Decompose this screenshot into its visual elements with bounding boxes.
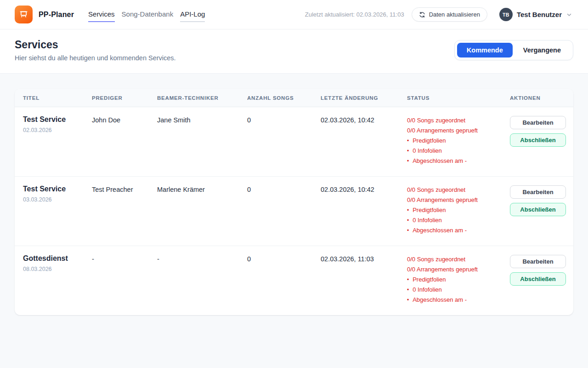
refresh-icon [419,12,425,18]
column-header-anzahl-songs: Anzahl Songs [247,95,321,101]
actions-cell: Bearbeiten Abschließen [510,184,566,236]
status-line: Predigtfolien [407,275,504,285]
page-header: Services Hier siehst du alle heutigen un… [0,29,588,74]
column-header-titel: Titel [23,95,92,101]
page-title: Services [15,39,176,51]
avatar: TB [499,8,513,21]
service-title-cell: Test Service 03.03.2026 [23,184,92,236]
status-cell: 0/0 Songs zugeordnet 0/0 Arrangements ge… [407,184,510,236]
table-header-row: Titel Prediger Beamer-Techniker Anzahl S… [15,89,573,107]
presentation-screen-icon [19,10,28,19]
service-date: 03.03.2026 [23,196,92,203]
status-line: Predigtfolien [407,205,504,215]
status-line: Abgeschlossen am - [407,156,504,166]
status-line: 0 Infofolien [407,146,504,156]
refresh-button-label: Daten aktualisieren [429,11,480,18]
chevron-down-icon [566,12,572,18]
status-line: 0 Infofolien [407,215,504,225]
filter-vergangene-button[interactable]: Vergangene [514,43,571,58]
service-title-cell: Test Service 02.03.2026 [23,115,92,166]
beamer-cell: Jane Smith [157,115,247,166]
page-header-text: Services Hier siehst du alle heutigen un… [15,39,176,62]
edit-button[interactable]: Bearbeiten [510,255,566,268]
status-line: Abgeschlossen am - [407,225,504,236]
nav-item-services[interactable]: Services [88,10,115,22]
service-filter-toggle: Kommende Vergangene [454,40,573,60]
refresh-data-button[interactable]: Daten aktualisieren [412,7,487,22]
status-line: 0/0 Arrangements geprueft [407,264,504,275]
main-nav: Services Song-Datenbank API-Log [88,7,205,22]
preacher-cell: Test Preacher [92,184,157,236]
complete-button[interactable]: Abschließen [510,133,566,147]
edit-button[interactable]: Bearbeiten [510,185,566,199]
service-title: Test Service [23,115,92,124]
edit-button[interactable]: Bearbeiten [510,116,566,129]
last-updated-text: Zuletzt aktualisiert: 02.03.2026, 11:03 [305,11,404,18]
status-line: 0/0 Arrangements geprueft [407,126,504,136]
actions-cell: Bearbeiten Abschließen [510,115,566,166]
table-row: Gottesdienst 08.03.2026 - - 0 02.03.2026… [15,246,573,315]
column-header-aktionen: Aktionen [510,95,565,101]
song-count-cell: 0 [247,184,321,236]
actions-cell: Bearbeiten Abschließen [510,254,566,305]
main-content: Titel Prediger Beamer-Techniker Anzahl S… [0,89,588,315]
nav-item-song-datenbank[interactable]: Song-Datenbank [122,10,174,22]
service-title: Gottesdienst [23,254,92,263]
song-count-cell: 0 [247,115,321,166]
complete-button[interactable]: Abschließen [510,272,566,286]
user-menu[interactable]: TB Test Benutzer [499,8,572,21]
preacher-cell: John Doe [92,115,157,166]
complete-button[interactable]: Abschließen [510,203,566,216]
app-logo [15,6,33,23]
service-date: 02.03.2026 [23,127,92,133]
beamer-cell: - [157,254,247,305]
status-line: 0/0 Songs zugeordnet [407,254,504,264]
status-cell: 0/0 Songs zugeordnet 0/0 Arrangements ge… [407,115,510,166]
preacher-cell: - [92,254,157,305]
filter-kommende-button[interactable]: Kommende [457,43,513,58]
column-header-letzte-aenderung: Letzte Änderung [321,95,407,101]
status-line: Predigtfolien [407,136,504,146]
status-line: 0/0 Songs zugeordnet [407,185,504,195]
status-line: 0/0 Songs zugeordnet [407,115,504,126]
song-count-cell: 0 [247,254,321,305]
nav-item-api-log[interactable]: API-Log [180,10,205,22]
status-line: 0 Infofolien [407,285,504,295]
table-row: Test Service 03.03.2026 Test Preacher Ma… [15,176,573,246]
app-title: PP-Planer [39,11,74,19]
status-line: 0/0 Arrangements geprueft [407,195,504,205]
last-change-cell: 02.03.2026, 10:42 [321,115,407,166]
column-header-prediger: Prediger [92,95,157,101]
topbar-right: Zuletzt aktualisiert: 02.03.2026, 11:03 … [305,7,572,22]
services-table-card: Titel Prediger Beamer-Techniker Anzahl S… [15,89,573,315]
column-header-beamer-techniker: Beamer-Techniker [157,95,247,101]
beamer-cell: Marlene Krämer [157,184,247,236]
service-title: Test Service [23,184,92,194]
last-change-cell: 02.03.2026, 10:42 [321,184,407,236]
service-date: 08.03.2026 [23,266,92,272]
column-header-status: Status [407,95,510,101]
status-line: Abgeschlossen am - [407,295,504,305]
user-name: Test Benutzer [517,11,562,18]
table-row: Test Service 02.03.2026 John Doe Jane Sm… [15,107,573,176]
status-cell: 0/0 Songs zugeordnet 0/0 Arrangements ge… [407,254,510,305]
page-subtitle: Hier siehst du alle heutigen und kommend… [15,54,176,62]
brand: PP-Planer [15,6,74,23]
topbar: PP-Planer Services Song-Datenbank API-Lo… [0,0,588,29]
last-change-cell: 02.03.2026, 11:03 [321,254,407,305]
service-title-cell: Gottesdienst 08.03.2026 [23,254,92,305]
